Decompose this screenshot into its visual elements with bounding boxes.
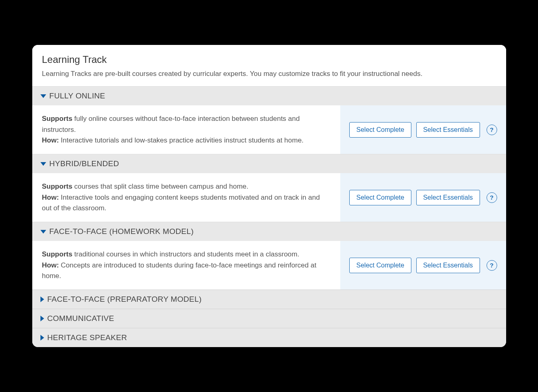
supports-text: fully online courses without face-to-fac… bbox=[42, 115, 300, 133]
track-title: FACE-TO-FACE (PREPARATORY MODEL) bbox=[47, 295, 202, 304]
card-header: Learning Track Learning Tracks are pre-b… bbox=[32, 45, 506, 87]
track-title: FACE-TO-FACE (HOMEWORK MODEL) bbox=[49, 227, 194, 236]
track-header-fully-online[interactable]: FULLY ONLINE bbox=[32, 86, 506, 105]
how-label: How: bbox=[42, 136, 59, 144]
help-icon[interactable]: ? bbox=[487, 125, 497, 135]
page-title: Learning Track bbox=[42, 54, 496, 65]
how-label: How: bbox=[42, 261, 59, 269]
track-header-communicative[interactable]: COMMUNICATIVE bbox=[32, 309, 506, 328]
track-description: Supports traditional courses in which in… bbox=[32, 241, 341, 290]
supports-label: Supports bbox=[42, 250, 73, 258]
caret-right-icon bbox=[40, 335, 44, 341]
how-text: Concepts are introduced to students duri… bbox=[42, 261, 317, 280]
select-complete-button[interactable]: Select Complete bbox=[349, 122, 411, 138]
track-header-face-to-face-homework[interactable]: FACE-TO-FACE (HOMEWORK MODEL) bbox=[32, 222, 506, 241]
caret-down-icon bbox=[40, 94, 46, 98]
help-icon[interactable]: ? bbox=[487, 192, 497, 203]
track-body-fully-online: Supports fully online courses without fa… bbox=[32, 105, 506, 154]
supports-text: traditional courses in which instructors… bbox=[72, 250, 299, 258]
how-label: How: bbox=[42, 194, 59, 201]
supports-text: courses that split class time between ca… bbox=[72, 183, 248, 190]
select-complete-button[interactable]: Select Complete bbox=[349, 190, 411, 205]
caret-right-icon bbox=[40, 316, 44, 321]
caret-down-icon bbox=[40, 162, 46, 166]
how-text: Interactive tools and engaging content k… bbox=[42, 194, 320, 212]
track-body-hybrid-blended: Supports courses that split class time b… bbox=[32, 173, 506, 222]
supports-label: Supports bbox=[42, 183, 73, 190]
caret-down-icon bbox=[40, 230, 46, 234]
track-actions: Select Complete Select Essentials ? bbox=[340, 241, 506, 290]
page-description: Learning Tracks are pre-built courses cr… bbox=[42, 69, 496, 79]
select-essentials-button[interactable]: Select Essentials bbox=[416, 258, 480, 273]
help-icon[interactable]: ? bbox=[487, 260, 497, 271]
track-title: FULLY ONLINE bbox=[49, 91, 105, 100]
track-description: Supports fully online courses without fa… bbox=[32, 105, 341, 154]
track-body-face-to-face-homework: Supports traditional courses in which in… bbox=[32, 241, 506, 290]
track-actions: Select Complete Select Essentials ? bbox=[340, 173, 506, 222]
select-complete-button[interactable]: Select Complete bbox=[349, 258, 411, 273]
track-title: HERITAGE SPEAKER bbox=[47, 333, 127, 342]
select-essentials-button[interactable]: Select Essentials bbox=[416, 190, 480, 205]
caret-right-icon bbox=[40, 296, 44, 302]
track-actions: Select Complete Select Essentials ? bbox=[340, 105, 506, 154]
supports-label: Supports bbox=[42, 115, 73, 122]
how-text: Interactive tutorials and low-stakes pra… bbox=[59, 136, 304, 144]
select-essentials-button[interactable]: Select Essentials bbox=[416, 122, 480, 138]
track-header-face-to-face-preparatory[interactable]: FACE-TO-FACE (PREPARATORY MODEL) bbox=[32, 290, 506, 309]
track-header-heritage-speaker[interactable]: HERITAGE SPEAKER bbox=[32, 328, 506, 347]
track-description: Supports courses that split class time b… bbox=[32, 173, 341, 222]
track-header-hybrid-blended[interactable]: HYBRID/BLENDED bbox=[32, 154, 506, 173]
track-title: HYBRID/BLENDED bbox=[49, 159, 119, 168]
learning-track-card: Learning Track Learning Tracks are pre-b… bbox=[32, 45, 506, 347]
track-title: COMMUNICATIVE bbox=[47, 314, 114, 323]
